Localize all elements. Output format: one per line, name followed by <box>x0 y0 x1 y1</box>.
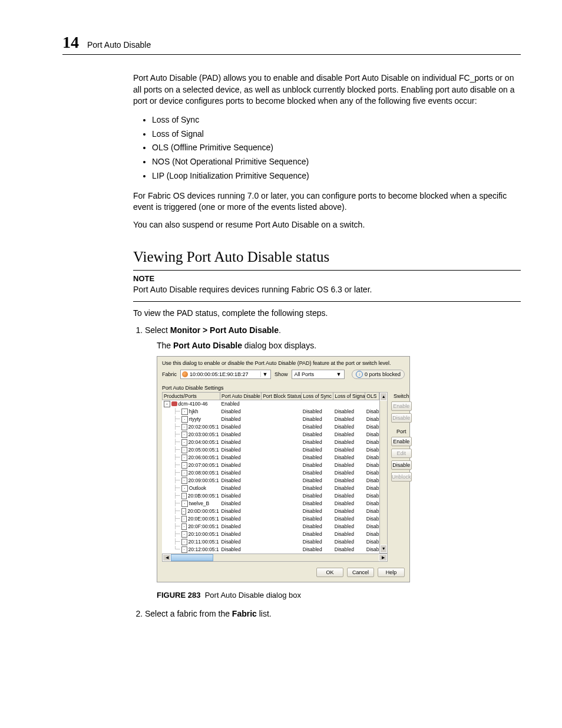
pad-cell: Disabled <box>220 454 262 462</box>
col-signal[interactable]: Loss of Signal <box>333 392 365 400</box>
port-name: 20:0D:00:05:1 <box>187 508 219 514</box>
table-row[interactable]: ├─·OutlookDisabledDisabledDisabledDisab <box>163 485 379 492</box>
port-icon: · <box>181 454 187 461</box>
table-row[interactable]: ├─·20:10:00:05:1DisabledDisabledDisabled… <box>163 531 379 538</box>
table-row[interactable]: ├─·20:0B:00:05:1DisabledDisabledDisabled… <box>163 492 379 500</box>
signal-cell: Disabled <box>333 492 365 500</box>
pad-cell: Disabled <box>220 477 262 485</box>
sync-cell: Disabled <box>302 423 333 431</box>
horizontal-scrollbar[interactable]: ◀ ▶ <box>162 554 388 562</box>
table-row[interactable]: ├─·20:05:00:05:1DisabledDisabledDisabled… <box>163 446 379 454</box>
fabric-icon <box>182 371 188 377</box>
table-row[interactable]: ├─·twelve_BDisabledDisabledDisabledDisab <box>163 500 379 508</box>
table-row[interactable]: ├─·20:0D:00:05:1DisabledDisabledDisabled… <box>163 508 379 515</box>
port-disable-button[interactable]: Disable <box>391 460 412 470</box>
note-rule <box>133 301 521 302</box>
port-unblock-button[interactable]: Unblock <box>391 472 412 482</box>
port-name: 20:0B:00:05:1 <box>188 493 219 499</box>
ols-cell: Disab <box>365 454 379 462</box>
event-item: LIP (Loop Initialization Primitive Seque… <box>152 169 521 183</box>
page-header: 14 Port Auto Disable <box>62 33 521 55</box>
port-name: 20:08:00:05:1 <box>189 470 219 476</box>
tree-line-icon: ├─ <box>171 424 180 430</box>
scroll-down-icon[interactable]: ▼ <box>380 545 387 553</box>
pad-cell: Disabled <box>220 416 262 423</box>
pad-cell: Disabled <box>220 500 262 508</box>
signal-cell: Disabled <box>333 439 365 446</box>
port-edit-button[interactable]: Edit <box>391 449 412 458</box>
note-rule <box>133 270 521 271</box>
pad-cell: Disabled <box>220 492 262 500</box>
scroll-up-icon[interactable]: ▲ <box>380 393 387 401</box>
pad-cell: Disabled <box>220 531 262 538</box>
switch-disable-button[interactable]: Disable <box>391 413 412 423</box>
col-pad[interactable]: Port Auto Disable <box>220 392 262 400</box>
collapse-icon[interactable]: − <box>164 401 170 407</box>
figure-caption: FIGURE 283 Port Auto Disable dialog box <box>157 591 521 599</box>
intro-paragraph-2: For Fabric OS devices running 7.0 or lat… <box>133 190 521 213</box>
tree-line-icon: └─ <box>171 546 180 552</box>
table-row[interactable]: ├─·hjkhDisabledDisabledDisabledDisab <box>163 408 379 416</box>
scroll-right-icon[interactable]: ▶ <box>379 554 387 561</box>
port-icon: · <box>181 516 187 522</box>
ok-button[interactable]: OK <box>316 568 343 577</box>
pad-cell: Disabled <box>220 431 262 439</box>
table-row[interactable]: ├─·20:07:00:05:1DisabledDisabledDisabled… <box>163 462 379 469</box>
col-sync[interactable]: Loss of Sync <box>302 392 333 400</box>
ols-cell: Disab <box>365 439 379 446</box>
table-row[interactable]: ├─·20:09:00:05:1DisabledDisabledDisabled… <box>163 477 379 485</box>
port-name: 20:09:00:05:1 <box>189 477 219 483</box>
signal-cell: Disabled <box>333 469 365 477</box>
table-row[interactable]: ├─·rtyytyDisabledDisabledDisabledDisab <box>163 416 379 423</box>
scroll-thumb[interactable] <box>171 554 213 561</box>
switch-enable-button[interactable]: Enable <box>391 401 412 411</box>
port-name: 20:07:00:05:1 <box>189 462 219 468</box>
port-icon: · <box>181 523 187 530</box>
show-dropdown[interactable]: All Ports ▼ <box>292 370 345 379</box>
table-row[interactable]: ├─·20:02:00:05:1DisabledDisabledDisabled… <box>163 423 379 431</box>
port-name: hjkh <box>189 409 199 414</box>
help-button[interactable]: Help <box>378 568 405 577</box>
tree-line-icon: ├─ <box>171 454 180 460</box>
port-icon: · <box>181 470 187 476</box>
pad-cell: Disabled <box>220 408 262 416</box>
table-row[interactable]: ├─·20:06:00:05:1DisabledDisabledDisabled… <box>163 454 379 462</box>
vertical-scrollbar[interactable]: ▲ ▼ <box>379 392 388 554</box>
table-row[interactable]: └─·20:12:00:05:1DisabledDisabledDisabled… <box>163 546 379 554</box>
settings-table[interactable]: Products/Ports Port Auto Disable Port Bl… <box>162 392 379 554</box>
col-ols[interactable]: OLS <box>365 392 379 400</box>
sync-cell: Disabled <box>302 408 333 416</box>
fabric-dropdown[interactable]: 10:00:00:05:1E:90:1B:27 ▼ <box>180 370 271 379</box>
sync-cell: Disabled <box>302 546 333 554</box>
table-row[interactable]: ├─·20:0E:00:05:1DisabledDisabledDisabled… <box>163 515 379 523</box>
col-block[interactable]: Port Block Status <box>262 392 302 400</box>
port-enable-button[interactable]: Enable <box>391 437 412 446</box>
table-row[interactable]: ├─·20:03:00:05:1DisabledDisabledDisabled… <box>163 431 379 439</box>
signal-cell: Disabled <box>333 485 365 492</box>
table-row[interactable]: ├─·20:08:00:05:1DisabledDisabledDisabled… <box>163 469 379 477</box>
port-icon: · <box>181 493 187 499</box>
table-row[interactable]: ├─·20:0F:00:05:1DisabledDisabledDisabled… <box>163 523 379 531</box>
port-icon: · <box>181 439 187 446</box>
pad-cell: Disabled <box>220 469 262 477</box>
cancel-button[interactable]: Cancel <box>347 568 374 577</box>
pad-cell: Disabled <box>220 546 262 554</box>
tree-line-icon: ├─ <box>171 531 180 537</box>
ols-cell: Disab <box>365 446 379 454</box>
signal-cell: Disabled <box>333 477 365 485</box>
col-products[interactable]: Products/Ports <box>163 392 220 400</box>
fabric-value: 10:00:00:05:1E:90:1B:27 <box>190 371 249 377</box>
ols-cell: Disab <box>365 523 379 531</box>
port-icon: · <box>181 485 188 492</box>
pad-cell: Disabled <box>220 538 262 546</box>
table-row[interactable]: ├─·20:04:00:05:1DisabledDisabledDisabled… <box>163 439 379 446</box>
scroll-left-icon[interactable]: ◀ <box>163 554 171 561</box>
port-icon: · <box>181 546 187 553</box>
step-2: Select a fabric from the Fabric list. <box>145 609 521 618</box>
ols-cell: Disab <box>365 546 379 554</box>
port-name: 20:10:00:05:1 <box>189 531 219 537</box>
table-row[interactable]: ├─·20:11:00:05:1DisabledDisabledDisabled… <box>163 538 379 546</box>
note-label: NOTE <box>133 274 521 283</box>
pad-cell: Disabled <box>220 508 262 515</box>
table-row-root[interactable]: −dcm-4100-46 Enabled <box>163 400 379 408</box>
